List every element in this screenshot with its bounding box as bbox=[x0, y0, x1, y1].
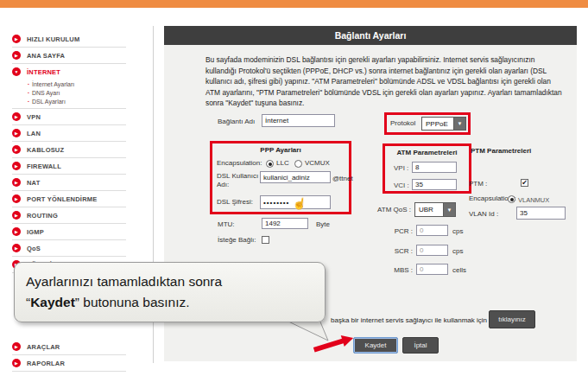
sidebar-item-nat[interactable]: ▶ NAT bbox=[12, 175, 126, 191]
protocol-highlight-box: Protokol PPPoE ▼ bbox=[384, 112, 471, 135]
sidebar-subitem-dsl-ayarlari[interactable]: DSL Ayarları bbox=[12, 97, 126, 105]
nav-arrow-icon: ▶ bbox=[12, 342, 21, 351]
ptm-encapsulation-vlanmux-radio[interactable] bbox=[508, 195, 515, 203]
callout-bubble: Ayarlarınızı tamamladıktan sonra “Kaydet… bbox=[14, 262, 326, 322]
protocol-dropdown[interactable]: PPPoE ▼ bbox=[421, 117, 466, 131]
sidebar-subitem-dns-ayari[interactable]: DNS Ayarı bbox=[12, 88, 126, 97]
vpi-label: VPI : bbox=[394, 164, 408, 172]
pcr-unit-label: cps bbox=[452, 227, 463, 235]
mbs-label: MBS : bbox=[363, 266, 413, 274]
sidebar-item-routing[interactable]: ▶ ROUTING bbox=[12, 207, 126, 224]
atm-highlight-box: ATM Parametreleri VPI : VCI : bbox=[383, 143, 471, 194]
sidebar-item-label: ROUTING bbox=[27, 212, 58, 220]
scr-input[interactable] bbox=[416, 245, 448, 256]
sidebar-item-label: PORT YÖNLENDİRME bbox=[27, 195, 97, 203]
ppp-encapsulation-vcmux-radio[interactable] bbox=[294, 160, 302, 168]
optional-label: İsteğe Bağlı: bbox=[218, 236, 256, 244]
nav-arrow-icon: ▶ bbox=[12, 35, 21, 43]
nav-arrow-expanded-icon: ▼ bbox=[12, 67, 21, 76]
ppp-highlight-box: PPP Ayarları Encapsulation: LLC VCMUX DS… bbox=[210, 141, 351, 214]
cancel-button[interactable]: İptal bbox=[402, 337, 439, 354]
sidebar-item-internet[interactable]: ▼ İNTERNET bbox=[12, 64, 126, 80]
atm-title: ATM Parametreleri bbox=[385, 149, 469, 156]
nav-arrow-icon: ▶ bbox=[12, 129, 21, 137]
sidebar-item-araclar[interactable]: ▶ ARAÇLAR bbox=[12, 339, 126, 355]
sidebar-item-label: İNTERNET bbox=[27, 68, 60, 76]
mbs-input[interactable] bbox=[416, 264, 448, 275]
page-title: Bağlantı Ayarları bbox=[164, 26, 577, 45]
hand-cursor-icon: ☝ bbox=[292, 196, 307, 211]
sidebar-item-kablosuz[interactable]: ▶ KABLOSUZ bbox=[12, 142, 126, 158]
dsl-username-input[interactable] bbox=[260, 171, 331, 183]
callout-kaydet-bold: Kaydet bbox=[30, 295, 75, 309]
ptm-label: PTM : bbox=[469, 180, 487, 188]
ppp-encapsulation-vcmux-label: VCMUX bbox=[305, 159, 330, 167]
ppp-encapsulation-llc-radio[interactable] bbox=[266, 160, 274, 168]
dropdown-arrow-icon: ▼ bbox=[453, 118, 465, 130]
sidebar-item-port-yonlendirme[interactable]: ▶ PORT YÖNLENDİRME bbox=[12, 191, 126, 207]
atm-qos-dropdown[interactable]: UBR ▼ bbox=[414, 202, 456, 217]
nav-arrow-icon: ▶ bbox=[12, 162, 21, 170]
sidebar-item-igmp[interactable]: ▶ IGMP bbox=[12, 224, 126, 240]
sidebar-group-internet: ▼ İNTERNET İnternet Ayarları DNS Ayarı D… bbox=[12, 64, 126, 109]
top-accent-bar bbox=[0, 0, 588, 8]
scr-label: SCR : bbox=[363, 247, 413, 255]
sidebar-item-raporlar[interactable]: ▶ RAPORLAR bbox=[12, 355, 126, 372]
nav-arrow-icon: ▶ bbox=[12, 178, 21, 187]
other-isp-button[interactable]: tıklayınız bbox=[489, 310, 535, 328]
sidebar-item-label: IGMP bbox=[27, 228, 44, 236]
vci-label: VCI : bbox=[394, 182, 409, 189]
vlan-id-input[interactable] bbox=[516, 207, 566, 220]
callout-line2: “Kaydet” butonuna basınız. bbox=[26, 292, 325, 313]
sidebar-item-label: HIZLI KURULUM bbox=[27, 35, 79, 43]
nav-arrow-icon: ▶ bbox=[12, 227, 21, 236]
sidebar-item-label: QoS bbox=[27, 245, 41, 252]
sidebar-item-label: KABLOSUZ bbox=[27, 146, 64, 154]
save-button[interactable]: Kaydet bbox=[353, 337, 398, 354]
vlan-id-label: VLAN Id : bbox=[469, 210, 498, 218]
nav-arrow-icon: ▶ bbox=[12, 211, 21, 220]
sidebar-item-hizli-kurulum[interactable]: ▶ HIZLI KURULUM bbox=[12, 31, 126, 48]
protocol-dropdown-value: PPPoE bbox=[426, 120, 448, 128]
nav-arrow-icon: ▶ bbox=[12, 112, 21, 121]
sidebar-item-vpn[interactable]: ▶ VPN bbox=[12, 109, 126, 125]
mbs-unit-label: cells bbox=[452, 266, 466, 274]
nav-arrow-icon: ▶ bbox=[12, 194, 21, 203]
sidebar-item-label: FIREWALL bbox=[27, 163, 61, 170]
mtu-unit-label: Byte bbox=[316, 220, 330, 228]
sidebar-item-qos[interactable]: ▶ QoS bbox=[12, 240, 126, 257]
sidebar-item-firewall[interactable]: ▶ FIREWALL bbox=[12, 158, 126, 175]
sidebar-item-label: LAN bbox=[27, 130, 41, 137]
ppp-title: PPP Ayarları bbox=[212, 146, 349, 154]
dsl-username-suffix: @ttnet bbox=[332, 175, 353, 182]
nav-arrow-icon: ▶ bbox=[12, 51, 21, 60]
ptm-checkbox[interactable]: ✔ bbox=[521, 179, 528, 187]
callout-line1: Ayarlarınızı tamamladıktan sonra bbox=[26, 271, 325, 292]
ppp-encapsulation-llc-label: LLC bbox=[276, 159, 289, 167]
dsl-password-label: DSL Şifresi: bbox=[217, 198, 253, 206]
connection-name-input[interactable] bbox=[262, 114, 335, 127]
ppp-encapsulation-label: Encapsulation: bbox=[217, 159, 262, 167]
ptm-title: PTM Parametreleri bbox=[471, 147, 531, 155]
atm-qos-value: UBR bbox=[419, 206, 433, 213]
pcr-label: PCR : bbox=[363, 227, 413, 235]
vpi-input[interactable] bbox=[412, 162, 457, 173]
protocol-label: Protokol bbox=[390, 119, 415, 127]
pcr-input[interactable] bbox=[416, 225, 448, 236]
optional-checkbox[interactable] bbox=[262, 236, 269, 244]
vci-input[interactable] bbox=[412, 179, 457, 190]
ptm-encapsulation-vlanmux-label: VLANMUX bbox=[518, 196, 549, 204]
scr-unit-label: cps bbox=[452, 247, 463, 255]
nav-arrow-icon: ▶ bbox=[12, 359, 21, 367]
intro-text: Bu sayfada modeminizin DSL bağlantısı iç… bbox=[205, 54, 564, 109]
sidebar-item-label: ARAÇLAR bbox=[27, 343, 60, 351]
sidebar-item-lan[interactable]: ▶ LAN bbox=[12, 125, 126, 142]
sidebar-item-ana-sayfa[interactable]: ▶ ANA SAYFA bbox=[12, 48, 126, 64]
sidebar-item-label: NAT bbox=[27, 179, 40, 187]
atm-qos-label: ATM QoS : bbox=[345, 206, 411, 213]
dropdown-arrow-icon: ▼ bbox=[443, 203, 455, 216]
nav-arrow-icon: ▶ bbox=[12, 244, 21, 252]
mtu-input[interactable] bbox=[262, 218, 308, 229]
sidebar-subitem-internet-ayarlari[interactable]: İnternet Ayarları bbox=[12, 80, 126, 88]
sidebar-item-label: RAPORLAR bbox=[27, 360, 65, 367]
